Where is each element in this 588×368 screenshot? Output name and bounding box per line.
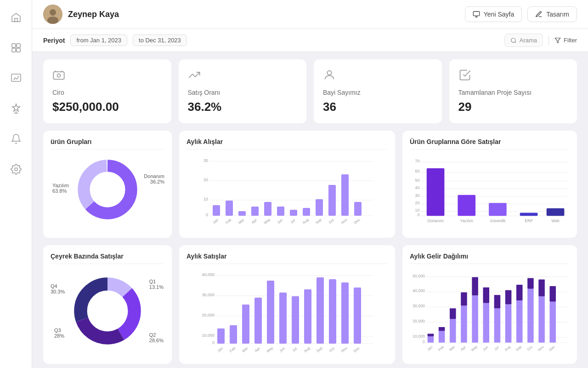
svg-rect-97 bbox=[242, 305, 249, 344]
sidebar-item-settings[interactable] bbox=[8, 161, 24, 178]
svg-text:Mar: Mar bbox=[241, 346, 249, 353]
design-label: Tasarım bbox=[546, 11, 569, 18]
svg-rect-143 bbox=[494, 308, 501, 342]
new-page-button[interactable]: Yeni Sayfa bbox=[465, 6, 522, 22]
svg-text:50: 50 bbox=[415, 178, 420, 183]
svg-text:Jan: Jan bbox=[426, 345, 433, 352]
filter-label: Filter bbox=[564, 37, 577, 44]
svg-rect-74 bbox=[547, 208, 565, 216]
svg-text:Feb: Feb bbox=[229, 346, 237, 353]
svg-text:Aug: Aug bbox=[302, 218, 310, 225]
aylik-satislar-chart: 40,000 30,000 20,000 10,000 0 bbox=[187, 270, 388, 355]
svg-rect-35 bbox=[277, 207, 284, 216]
svg-text:20,000: 20,000 bbox=[413, 319, 425, 323]
content-area: Ciro $250,000.00 Satış Oranı 36.2% Bayi … bbox=[32, 52, 588, 368]
aylik-gelir-title: Aylık Gelir Dağılımı bbox=[410, 253, 570, 264]
svg-rect-131 bbox=[428, 336, 434, 343]
kpi-card-ciro: Ciro $250,000.00 bbox=[43, 59, 171, 123]
svg-text:Oct: Oct bbox=[328, 346, 336, 353]
svg-rect-106 bbox=[354, 288, 361, 344]
search-placeholder: Arama bbox=[520, 37, 537, 44]
svg-rect-154 bbox=[550, 286, 556, 302]
chart-icon bbox=[188, 69, 298, 83]
sidebar-item-dashboard[interactable] bbox=[8, 40, 24, 56]
svg-rect-95 bbox=[217, 328, 225, 344]
new-page-icon bbox=[473, 11, 480, 18]
svg-rect-37 bbox=[303, 208, 310, 216]
svg-point-10 bbox=[50, 9, 56, 16]
svg-rect-103 bbox=[317, 277, 324, 344]
main-content: Zeynep Kaya Yeni Sayfa Tasarım Periyot f… bbox=[32, 0, 588, 368]
svg-text:Jun: Jun bbox=[482, 345, 489, 352]
svg-rect-149 bbox=[527, 289, 534, 343]
svg-text:Nov: Nov bbox=[537, 345, 544, 352]
charts-row-2: Çeyrek Bazında Satışlar bbox=[43, 245, 577, 364]
svg-rect-146 bbox=[505, 290, 512, 305]
svg-text:Jul: Jul bbox=[292, 346, 298, 353]
svg-text:Mar: Mar bbox=[237, 218, 245, 225]
svg-rect-41 bbox=[354, 202, 362, 216]
kpi-card-satis-orani: Satış Oranı 36.2% bbox=[179, 59, 307, 123]
svg-text:Jun: Jun bbox=[277, 218, 284, 224]
svg-text:May: May bbox=[266, 346, 274, 354]
sidebar-item-notifications[interactable] bbox=[8, 131, 24, 147]
svg-rect-16 bbox=[53, 72, 64, 79]
header: Zeynep Kaya Yeni Sayfa Tasarım bbox=[32, 0, 588, 29]
svg-text:40: 40 bbox=[415, 185, 420, 190]
toolbar: Periyot from Jan 1, 2023 to Dec 31, 2023… bbox=[32, 29, 588, 52]
svg-rect-152 bbox=[538, 279, 545, 296]
kpi-label-ciro: Ciro bbox=[52, 89, 162, 96]
sidebar-item-awards[interactable] bbox=[8, 100, 24, 117]
search-box[interactable]: Arama bbox=[504, 34, 543, 47]
svg-rect-1 bbox=[12, 44, 16, 47]
svg-text:40,000: 40,000 bbox=[413, 288, 425, 293]
svg-text:70: 70 bbox=[415, 159, 420, 163]
svg-text:Sep: Sep bbox=[315, 218, 322, 225]
sidebar-item-home[interactable] bbox=[8, 9, 24, 26]
urun-gruplari-donut bbox=[73, 155, 142, 224]
kpi-value-proje: 29 bbox=[458, 100, 568, 114]
date-to-badge[interactable]: to Dec 31, 2023 bbox=[133, 34, 187, 46]
svg-rect-33 bbox=[251, 207, 259, 216]
svg-point-18 bbox=[327, 71, 331, 75]
design-button[interactable]: Tasarım bbox=[527, 6, 577, 22]
search-icon bbox=[510, 37, 517, 44]
svg-text:Sep: Sep bbox=[515, 345, 522, 352]
toolbar-divider bbox=[548, 36, 549, 45]
svg-text:Jun: Jun bbox=[279, 346, 286, 353]
svg-rect-98 bbox=[254, 298, 262, 344]
aylik-satislar-card: Aylık Satışlar 40,000 30,000 20,000 10,0… bbox=[179, 245, 395, 364]
svg-rect-151 bbox=[538, 296, 545, 343]
kpi-card-proje: Tamamlanan Proje Sayısı 29 bbox=[449, 59, 577, 123]
svg-rect-148 bbox=[516, 285, 523, 300]
donanim-label: Donanım bbox=[144, 173, 164, 179]
svg-text:Apr: Apr bbox=[254, 346, 261, 353]
svg-text:0: 0 bbox=[417, 213, 419, 217]
svg-point-84 bbox=[88, 291, 128, 331]
yazilim-pct: 63.8% bbox=[52, 188, 69, 194]
date-from-badge[interactable]: from Jan 1, 2023 bbox=[70, 34, 127, 46]
svg-text:Apr: Apr bbox=[251, 218, 258, 224]
svg-text:30: 30 bbox=[204, 158, 208, 163]
svg-rect-71 bbox=[458, 195, 475, 216]
filter-button[interactable]: Filter bbox=[554, 37, 577, 44]
sidebar-item-analytics[interactable] bbox=[8, 70, 24, 86]
svg-rect-145 bbox=[505, 305, 512, 343]
svg-rect-140 bbox=[472, 277, 478, 296]
svg-text:Dec: Dec bbox=[353, 218, 361, 225]
svg-marker-15 bbox=[555, 38, 560, 43]
svg-text:10,000: 10,000 bbox=[413, 334, 425, 339]
svg-text:May: May bbox=[470, 345, 478, 352]
filter-icon bbox=[554, 37, 561, 44]
svg-text:Jan: Jan bbox=[217, 346, 224, 353]
yazilim-label: Yazılım bbox=[52, 183, 69, 188]
design-icon bbox=[535, 11, 543, 18]
svg-rect-147 bbox=[516, 300, 523, 343]
svg-rect-150 bbox=[527, 278, 534, 289]
svg-text:50,000: 50,000 bbox=[413, 274, 425, 278]
svg-rect-73 bbox=[520, 213, 538, 216]
svg-text:Apr: Apr bbox=[460, 345, 467, 352]
svg-text:Web: Web bbox=[551, 218, 560, 223]
kpi-label-bayi: Bayi Sayımız bbox=[323, 89, 433, 96]
aylik-gelir-chart: 50,000 40,000 30,000 20,000 10,000 0 bbox=[410, 270, 570, 355]
